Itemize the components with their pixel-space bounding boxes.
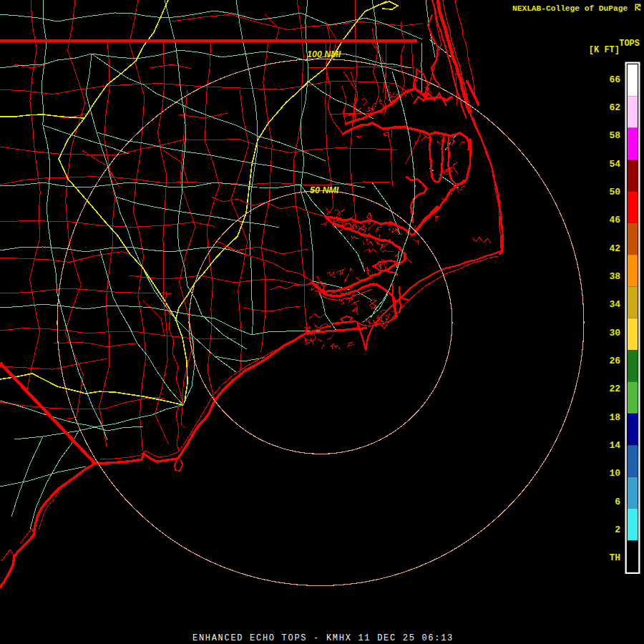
- svg-text:30: 30: [609, 328, 620, 338]
- svg-text:10: 10: [609, 468, 620, 479]
- svg-text:54: 54: [609, 159, 620, 170]
- svg-text:26: 26: [609, 356, 620, 366]
- svg-text:18: 18: [609, 412, 620, 423]
- svg-text:6: 6: [615, 497, 620, 507]
- svg-text:2: 2: [615, 525, 620, 535]
- svg-text:66: 66: [609, 74, 620, 85]
- svg-text:TH: TH: [609, 552, 620, 563]
- svg-text:ENHANCED ECHO TOPS - KMHX 11 D: ENHANCED ECHO TOPS - KMHX 11 DEC 25 06:1…: [192, 633, 454, 643]
- svg-text:38: 38: [609, 271, 620, 282]
- svg-text:62: 62: [609, 102, 620, 113]
- svg-text:14: 14: [609, 440, 620, 451]
- svg-text:42: 42: [609, 243, 620, 254]
- svg-text:50: 50: [609, 187, 620, 197]
- svg-text:22: 22: [609, 384, 620, 394]
- svg-text:46: 46: [609, 215, 620, 225]
- svg-text:NEXLAB-College of DuPage: NEXLAB-College of DuPage: [512, 4, 628, 13]
- svg-text:TOPS: TOPS: [619, 39, 640, 49]
- svg-text:[K FT]: [K FT]: [589, 45, 620, 55]
- svg-text:34: 34: [609, 299, 620, 310]
- svg-text:58: 58: [609, 130, 620, 141]
